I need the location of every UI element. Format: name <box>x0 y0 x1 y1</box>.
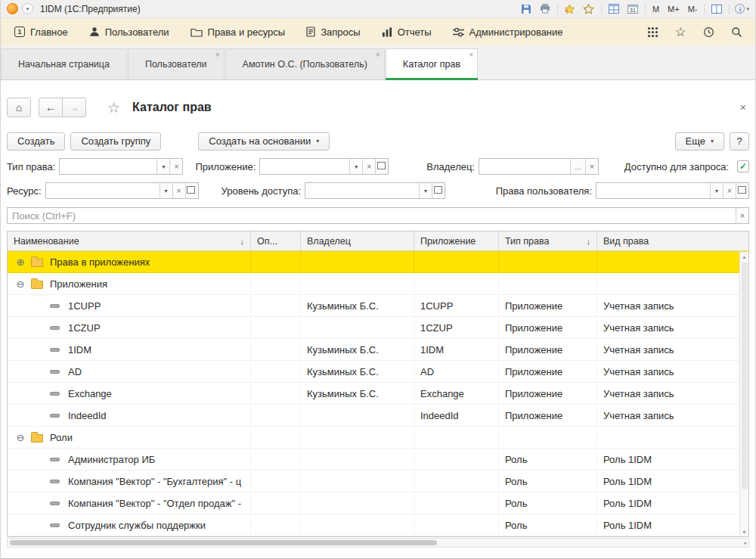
dropdown-icon[interactable]: ▾ <box>349 159 362 174</box>
table-row[interactable]: 1CUPP Кузьминых Б.С. 1CUPP Приложение Уч… <box>8 295 748 317</box>
table-row[interactable]: ⊕ Права в приложениях <box>8 251 748 273</box>
scroll-right-icon[interactable]: ▸ <box>744 539 747 547</box>
right-type-input[interactable] <box>60 159 156 174</box>
back-button[interactable]: ← <box>39 98 63 117</box>
table-row[interactable]: Администратор ИБ Роль Роль 1IDM <box>8 449 748 470</box>
tab-amotin-user[interactable]: Амотин О.С. (Пользователь) × <box>225 48 385 79</box>
dropdown-icon[interactable]: ▾ <box>160 183 172 198</box>
tab-label: Каталог прав <box>403 59 460 70</box>
system-menu-button[interactable]: ▾ <box>22 3 33 14</box>
tab-home-page[interactable]: Начальная страница <box>1 48 127 79</box>
horizontal-scrollbar[interactable]: ▸ <box>7 538 749 548</box>
create-based-on-button[interactable]: Создать на основании ▾ <box>198 132 330 151</box>
close-icon[interactable]: × <box>215 51 220 59</box>
table-row[interactable]: AD Кузьминых Б.С. AD Приложение Учетная … <box>8 361 748 383</box>
history-icon[interactable] <box>702 25 715 39</box>
cell-owner <box>301 427 414 448</box>
clear-icon[interactable]: × <box>362 159 375 174</box>
calendar-icon[interactable]: 31 <box>626 2 640 16</box>
add-to-favorites-star[interactable]: ☆ <box>107 101 120 115</box>
table-row[interactable]: Exchange Кузьминых Б.С. Exchange Приложе… <box>8 383 748 405</box>
row-type-icon <box>50 480 60 483</box>
choose-icon[interactable]: ... <box>570 159 585 174</box>
clear-icon[interactable]: × <box>585 159 598 174</box>
table-row[interactable]: IndeedId IndeedId Приложение Учетная зап… <box>8 405 748 427</box>
table-row[interactable]: Компания "Вектор" - "Бухгалтерия" - ц Ро… <box>8 470 748 492</box>
dropdown-icon[interactable]: ▾ <box>156 159 169 174</box>
table-row[interactable]: 1CZUP 1CZUP Приложение Учетная запись <box>8 317 748 339</box>
owner-input[interactable] <box>479 159 570 174</box>
table-row[interactable]: ⊖ Роли <box>8 427 748 449</box>
forward-button[interactable]: → <box>62 98 86 117</box>
menu-item-rights-resources[interactable]: Права и ресурсы <box>180 18 296 45</box>
scroll-down-icon[interactable]: ▼ <box>742 527 747 536</box>
user-rights-input[interactable] <box>596 183 710 198</box>
table-icon[interactable] <box>607 2 621 16</box>
favorites-star-icon[interactable]: ☆ <box>674 25 687 39</box>
menu-label: Права и ресурсы <box>208 26 286 38</box>
menu-item-requests[interactable]: Запросы <box>296 18 370 45</box>
access-level-input[interactable] <box>305 183 419 198</box>
clear-icon[interactable]: × <box>172 183 185 198</box>
close-icon[interactable]: × <box>469 51 473 59</box>
open-icon[interactable] <box>736 183 748 198</box>
available-for-request-checkbox[interactable]: ✓ <box>737 160 749 172</box>
tab-rights-catalog[interactable]: Каталог прав × <box>386 48 478 79</box>
menu-item-users[interactable]: Пользователи <box>79 18 180 45</box>
all-functions-grid-icon[interactable] <box>646 25 659 39</box>
column-header-owner[interactable]: Владелец <box>301 231 414 250</box>
clear-search-icon[interactable]: × <box>736 208 748 223</box>
memory-subtract-button[interactable]: М- <box>686 5 699 14</box>
menu-item-main[interactable]: 1 Главное <box>4 18 79 45</box>
dropdown-icon[interactable]: ▾ <box>419 183 432 198</box>
info-button[interactable]: i ▾ <box>735 4 749 14</box>
add-favorite-icon[interactable] <box>563 2 577 16</box>
application-input[interactable] <box>260 159 349 174</box>
home-button[interactable]: ⌂ <box>7 98 31 117</box>
close-form-button[interactable]: × <box>737 101 749 113</box>
column-header-right-kind[interactable]: Вид права <box>597 231 739 250</box>
expand-icon[interactable]: ⊖ <box>15 432 26 443</box>
create-button[interactable]: Создать <box>7 132 65 151</box>
table-row[interactable]: ⊖ Приложения <box>8 273 748 295</box>
search-icon[interactable] <box>730 25 743 39</box>
tab-users[interactable]: Пользователи × <box>128 48 225 79</box>
search-input[interactable] <box>8 208 736 223</box>
close-icon[interactable]: × <box>376 51 380 59</box>
menu-item-reports[interactable]: Отчеты <box>371 18 442 45</box>
scroll-up-icon[interactable]: ▲ <box>742 252 747 261</box>
create-group-button[interactable]: Создать группу <box>70 132 161 151</box>
layout-icon[interactable] <box>710 2 723 16</box>
row-type-icon <box>50 304 60 308</box>
column-header-right-type[interactable]: Тип права ↓ <box>499 231 597 250</box>
column-header-application[interactable]: Приложение <box>414 231 499 250</box>
cell-right-type: Приложение <box>499 317 597 338</box>
help-button[interactable]: ? <box>730 132 749 151</box>
memory-recall-button[interactable]: М <box>651 5 661 14</box>
resource-input[interactable] <box>46 183 160 198</box>
cell-right-kind: Роль 1IDM <box>597 470 748 492</box>
vertical-scrollbar[interactable]: ▲ ▼ <box>739 252 748 536</box>
open-icon[interactable] <box>432 183 445 198</box>
menu-item-administration[interactable]: Администрирование <box>442 18 574 45</box>
more-button[interactable]: Еще ▾ <box>675 132 724 151</box>
open-icon[interactable] <box>375 159 388 174</box>
favorites-icon[interactable] <box>582 2 596 16</box>
table-row[interactable]: Компания "Вектор" - "Отдел продаж" - Рол… <box>8 492 748 514</box>
horizontal-scroll-thumb[interactable] <box>10 540 437 545</box>
save-icon[interactable] <box>519 2 533 16</box>
print-icon[interactable] <box>538 2 552 16</box>
expand-icon[interactable]: ⊕ <box>15 256 26 268</box>
dropdown-icon[interactable]: ▾ <box>710 183 723 198</box>
cell-application <box>414 492 499 514</box>
table-row[interactable]: Сотрудник службы поддержки Роль Роль 1ID… <box>8 514 748 536</box>
clear-icon[interactable]: × <box>723 183 736 198</box>
column-header-name[interactable]: Наименование ↓ <box>8 231 251 250</box>
memory-add-button[interactable]: М+ <box>666 5 681 14</box>
expand-icon[interactable]: ⊖ <box>15 278 26 290</box>
open-icon[interactable] <box>185 183 198 198</box>
clear-icon[interactable]: × <box>169 159 182 174</box>
vertical-scroll-thumb[interactable] <box>742 262 748 489</box>
column-header-description[interactable]: Оп... <box>251 231 301 250</box>
table-row[interactable]: 1IDM Кузьминых Б.С. 1IDM Приложение Учет… <box>8 339 748 361</box>
